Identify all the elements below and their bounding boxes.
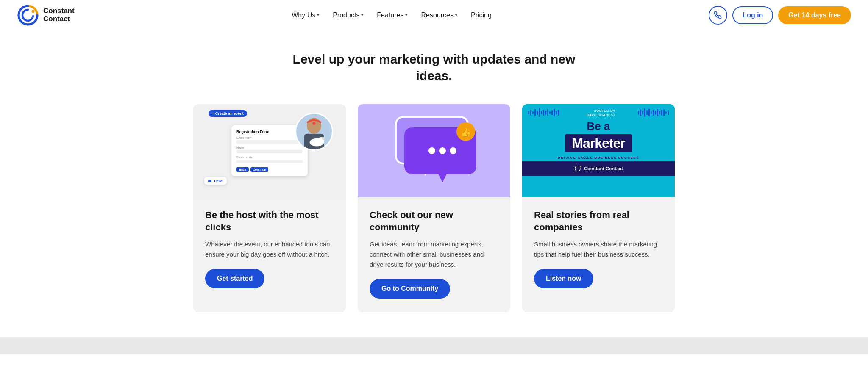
marketer-title-area: Be a Marketer DRIVING SMALL BUSINESS SUC… — [522, 117, 675, 161]
chevron-down-icon: ▾ — [455, 13, 457, 17]
hosted-by-text: HOSTED BY DAVE CHAREST — [581, 108, 615, 117]
chevron-down-icon: ▾ — [317, 13, 319, 17]
svg-point-15 — [580, 166, 581, 167]
svg-text:👍: 👍 — [461, 127, 471, 137]
cc-logo-icon — [574, 165, 581, 172]
waveform-left — [528, 108, 581, 117]
nav-item-resources[interactable]: Resources ▾ — [416, 8, 462, 22]
card-community-title: Check out our new community — [370, 209, 498, 233]
card-community-image: 👍 — [358, 104, 510, 197]
svg-point-5 — [312, 122, 315, 125]
event-tag-bubble: + Create an event — [209, 110, 247, 117]
card-community: 👍 Check out our new community Get ideas,… — [358, 104, 510, 312]
cc-brand-name: Constant Contact — [584, 166, 623, 171]
card-marketer-desc: Small business owners share the marketin… — [534, 239, 663, 260]
event-person-image — [295, 113, 333, 151]
footer-strip — [0, 337, 868, 354]
svg-point-11 — [450, 147, 456, 154]
svg-point-10 — [439, 147, 446, 154]
nav-item-products[interactable]: Products ▾ — [328, 8, 368, 22]
card-event-image: + Create an event — [193, 104, 346, 197]
card-event-body: Be the host with the most clicks Whateve… — [193, 197, 346, 302]
card-marketer-cta[interactable]: Listen now — [534, 269, 593, 288]
svg-point-8 — [322, 137, 325, 140]
nav-item-why-us[interactable]: Why Us ▾ — [287, 8, 324, 22]
chevron-down-icon: ▾ — [405, 13, 407, 17]
chat-bubbles-svg: 👍 — [383, 108, 485, 193]
phone-icon — [714, 11, 722, 19]
waveform-right — [615, 108, 669, 117]
ticket-badge: Ticket — [204, 177, 227, 185]
card-marketer: HOSTED BY DAVE CHAREST — [522, 104, 675, 312]
nav-actions: Log in Get 14 days free — [709, 6, 851, 25]
card-marketer-image: HOSTED BY DAVE CHAREST — [522, 104, 675, 197]
logo-text: Constant Contact — [43, 7, 75, 23]
card-marketer-body: Real stories from real companies Small b… — [522, 197, 675, 302]
nav-item-features[interactable]: Features ▾ — [372, 8, 412, 22]
card-event: + Create an event — [193, 104, 346, 312]
logo-link[interactable]: Constant Contact — [17, 4, 75, 26]
card-community-desc: Get ideas, learn from marketing experts,… — [370, 239, 498, 270]
card-event-title: Be the host with the most clicks — [205, 209, 334, 233]
svg-point-9 — [428, 147, 435, 154]
card-community-body: Check out our new community Get ideas, l… — [358, 197, 510, 312]
login-button[interactable]: Log in — [732, 6, 773, 24]
card-event-cta[interactable]: Get started — [205, 269, 264, 288]
nav-item-pricing[interactable]: Pricing — [466, 8, 497, 22]
svg-point-1 — [32, 10, 35, 13]
navbar: Constant Contact Why Us ▾ Products ▾ Fea… — [0, 0, 868, 30]
card-event-desc: Whatever the event, our enhanced tools c… — [205, 239, 334, 260]
cards-section: + Create an event — [159, 97, 709, 337]
card-marketer-title: Real stories from real companies — [534, 209, 663, 233]
logo-icon — [17, 4, 39, 26]
nav-links: Why Us ▾ Products ▾ Features ▾ Resources… — [287, 8, 497, 22]
get-free-button[interactable]: Get 14 days free — [778, 6, 851, 24]
chevron-down-icon: ▾ — [361, 13, 363, 17]
marketer-brand-bar: Constant Contact — [522, 161, 675, 176]
hero-headline: Level up your marketing with updates and… — [286, 51, 582, 84]
card-community-cta[interactable]: Go to Community — [370, 279, 450, 299]
hero-section: Level up your marketing with updates and… — [0, 30, 868, 97]
phone-button[interactable] — [709, 6, 727, 25]
